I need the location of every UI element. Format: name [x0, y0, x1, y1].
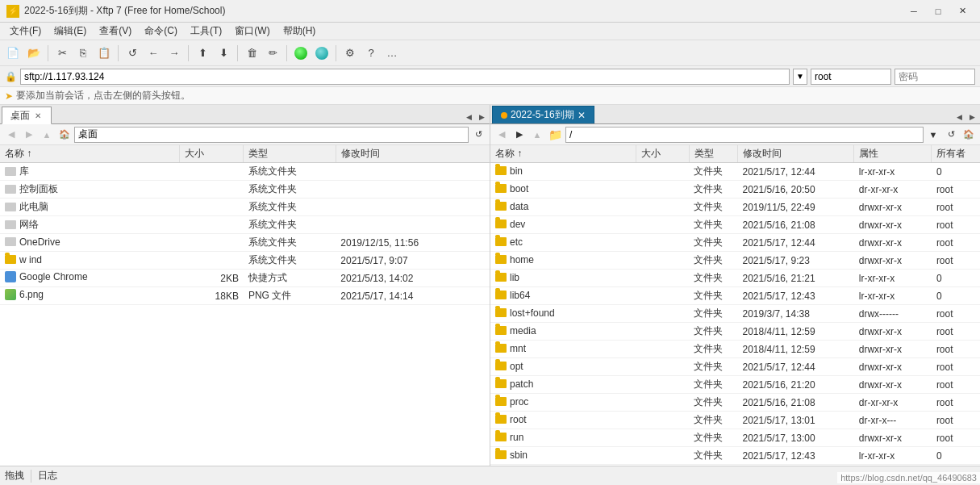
right-file-owner: root — [932, 412, 980, 429]
right-file-row[interactable]: patch 文件夹 2021/5/16, 21:20 drwxr-xr-x ro… — [490, 376, 980, 394]
left-file-row[interactable]: 此电脑 系统文件夹 — [0, 199, 490, 216]
right-file-date: 2018/4/11, 12:59 — [737, 341, 853, 358]
connect-button[interactable] — [291, 44, 311, 63]
right-file-name: opt — [490, 358, 636, 376]
right-tab-close[interactable]: ✕ — [578, 110, 586, 121]
paste-button[interactable]: 📋 — [94, 44, 114, 63]
right-tab-next[interactable]: ▶ — [965, 111, 978, 123]
left-file-list[interactable]: 名称 ↑ 大小 类型 修改时间 库 系统文件夹 — [0, 145, 490, 466]
right-tab-prev[interactable]: ◀ — [953, 111, 965, 123]
upload-button[interactable]: ⬆ — [193, 44, 212, 63]
right-file-row[interactable]: boot 文件夹 2021/5/16, 20:50 dr-xr-xr-x roo… — [490, 181, 980, 199]
left-up-button[interactable]: ▲ — [39, 127, 55, 143]
left-col-date[interactable]: 修改时间 — [336, 145, 490, 163]
right-col-type[interactable]: 类型 — [689, 145, 737, 163]
right-file-row[interactable]: opt 文件夹 2021/5/17, 12:44 drwxr-xr-x root — [490, 358, 980, 376]
forward-button[interactable]: → — [165, 44, 184, 63]
menu-item-查看(V)[interactable]: 查看(V) — [93, 23, 138, 40]
teal-button[interactable] — [312, 44, 332, 63]
left-path-input[interactable] — [74, 127, 469, 143]
left-file-row[interactable]: Google Chrome 2KB 快捷方式 2021/5/13, 14:02 — [0, 270, 490, 287]
menu-item-工具(T)[interactable]: 工具(T) — [184, 23, 228, 40]
shortcut-icon — [5, 271, 16, 282]
settings-button[interactable]: ⚙ — [340, 44, 360, 63]
left-forward-button[interactable]: ▶ — [21, 127, 37, 143]
right-file-row[interactable]: lib64 文件夹 2021/5/17, 12:43 lr-xr-xr-x 0 — [490, 287, 980, 305]
right-file-row-icon-5: home — [495, 254, 534, 265]
right-file-row[interactable]: proc 文件夹 2021/5/16, 21:08 dr-xr-xr-x roo… — [490, 394, 980, 412]
right-file-row[interactable]: root 文件夹 2021/5/17, 13:01 dr-xr-x--- roo… — [490, 412, 980, 429]
right-path-dropdown[interactable]: ▼ — [925, 127, 941, 143]
left-col-type[interactable]: 类型 — [244, 145, 336, 163]
right-file-row[interactable]: dev 文件夹 2021/5/16, 21:08 drwxr-xr-x root — [490, 216, 980, 234]
right-file-owner: root — [932, 305, 980, 323]
delete-button[interactable]: 🗑 — [242, 44, 261, 63]
back-button[interactable]: ← — [144, 44, 163, 63]
right-back-button[interactable]: ◀ — [494, 127, 510, 143]
left-file-row[interactable]: 6.png 18KB PNG 文件 2021/5/17, 14:14 — [0, 287, 490, 305]
folder-icon — [495, 220, 507, 228]
left-home-button[interactable]: 🏠 — [56, 127, 73, 143]
username-input[interactable] — [811, 69, 891, 85]
right-col-size[interactable]: 大小 — [636, 145, 689, 163]
password-input[interactable] — [895, 69, 975, 85]
right-refresh-button[interactable]: ↺ — [943, 127, 959, 143]
left-tab-next[interactable]: ▶ — [475, 111, 488, 123]
right-col-owner[interactable]: 所有者 — [932, 145, 980, 163]
right-file-row-icon-14: root — [495, 414, 527, 425]
right-file-row[interactable]: home 文件夹 2021/5/17, 9:23 drwxr-xr-x root — [490, 252, 980, 270]
right-file-row[interactable]: mnt 文件夹 2018/4/11, 12:59 drwxr-xr-x root — [490, 341, 980, 358]
left-file-row[interactable]: 库 系统文件夹 — [0, 163, 490, 181]
left-tab-desktop[interactable]: 桌面 ✕ — [2, 107, 52, 124]
right-forward-button[interactable]: ▶ — [511, 127, 528, 143]
left-tab-nav: ◀ ▶ — [462, 111, 488, 123]
extra-button[interactable]: … — [382, 44, 402, 63]
menu-item-命令(C)[interactable]: 命令(C) — [138, 23, 184, 40]
new-session-button[interactable]: 📄 — [3, 44, 23, 63]
left-file-row[interactable]: OneDrive 系统文件夹 2019/12/15, 11:56 — [0, 234, 490, 252]
connection-go-button[interactable]: ▼ — [793, 69, 807, 85]
close-button[interactable]: ✕ — [951, 3, 974, 19]
right-file-row[interactable]: lost+found 文件夹 2019/3/7, 14:38 drwx-----… — [490, 305, 980, 323]
right-file-row[interactable]: bin 文件夹 2021/5/17, 12:44 lr-xr-xr-x 0 — [490, 163, 980, 181]
right-file-row[interactable]: run 文件夹 2021/5/17, 13:00 drwxr-xr-x root — [490, 429, 980, 447]
left-col-name[interactable]: 名称 ↑ — [0, 145, 179, 163]
left-refresh-button[interactable]: ↺ — [470, 127, 486, 143]
left-col-size[interactable]: 大小 — [179, 145, 243, 163]
left-tab-close[interactable]: ✕ — [33, 111, 43, 120]
menu-item-窗口(W)[interactable]: 窗口(W) — [228, 23, 276, 40]
right-path-input[interactable] — [565, 127, 924, 143]
right-file-row[interactable]: data 文件夹 2019/11/5, 22:49 drwxr-xr-x roo… — [490, 199, 980, 216]
right-file-row[interactable]: etc 文件夹 2021/5/17, 12:44 drwxr-xr-x root — [490, 234, 980, 252]
left-file-row[interactable]: 控制面板 系统文件夹 — [0, 181, 490, 199]
right-file-row[interactable]: sbin 文件夹 2021/5/17, 12:43 lr-xr-xr-x 0 — [490, 447, 980, 465]
menu-item-编辑(E)[interactable]: 编辑(E) — [48, 23, 93, 40]
left-file-row[interactable]: w ind 系统文件夹 2021/5/17, 9:07 — [0, 252, 490, 270]
right-home-button[interactable]: 🏠 — [961, 127, 977, 143]
download-button[interactable]: ⬇ — [214, 44, 233, 63]
right-col-date[interactable]: 修改时间 — [737, 145, 853, 163]
right-file-row[interactable]: lib 文件夹 2021/5/16, 21:21 lr-xr-xr-x 0 — [490, 270, 980, 287]
refresh-button[interactable]: ↺ — [123, 44, 142, 63]
right-file-owner: root — [932, 216, 980, 234]
right-file-list[interactable]: 名称 ↑ 大小 类型 修改时间 属性 所有者 bin 文件夹 — [490, 145, 980, 466]
menu-item-帮助(H)[interactable]: 帮助(H) — [277, 23, 323, 40]
rename-button[interactable]: ✏ — [263, 44, 282, 63]
open-button[interactable]: 📂 — [24, 44, 44, 63]
right-col-name[interactable]: 名称 ↑ — [490, 145, 636, 163]
minimize-button[interactable]: ─ — [903, 3, 925, 19]
help-button[interactable]: ? — [361, 44, 381, 63]
left-file-row[interactable]: 网络 系统文件夹 — [0, 216, 490, 234]
left-back-button[interactable]: ◀ — [3, 127, 19, 143]
copy-button[interactable]: ⎘ — [73, 44, 93, 63]
left-tab-prev[interactable]: ◀ — [462, 111, 475, 123]
right-tab-session[interactable]: 2022-5-16到期 ✕ — [492, 106, 594, 123]
right-col-attr[interactable]: 属性 — [854, 145, 932, 163]
menu-item-文件(F)[interactable]: 文件(F) — [3, 23, 48, 40]
left-file-name-text: OneDrive — [19, 236, 60, 248]
right-file-row[interactable]: media 文件夹 2018/4/11, 12:59 drwxr-xr-x ro… — [490, 323, 980, 341]
right-up-button[interactable]: ▲ — [529, 127, 545, 143]
maximize-button[interactable]: □ — [927, 3, 949, 19]
cut-button[interactable]: ✂ — [52, 44, 72, 63]
connection-input[interactable] — [20, 69, 790, 85]
